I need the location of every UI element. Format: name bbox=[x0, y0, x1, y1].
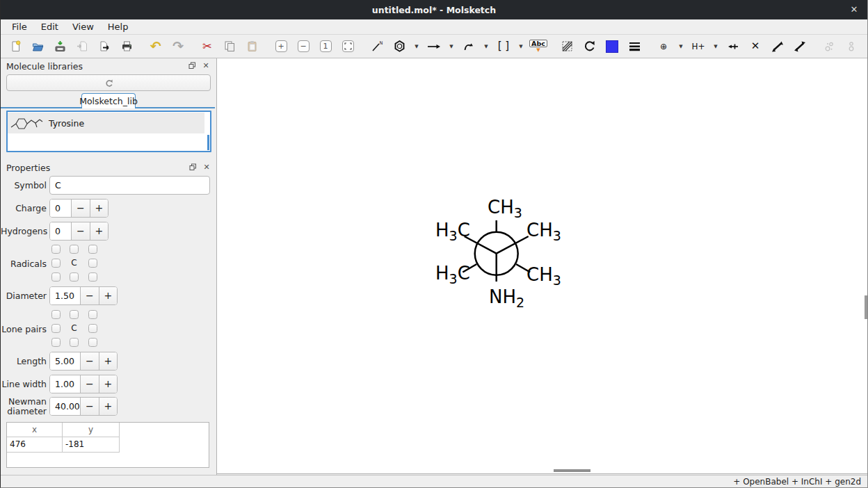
length-value[interactable] bbox=[50, 352, 80, 370]
charge-tool-dropdown[interactable]: ▼ bbox=[677, 44, 685, 49]
redo-button[interactable]: ↷ bbox=[169, 38, 187, 56]
paste-button[interactable] bbox=[243, 38, 261, 56]
flip-bond-tool[interactable] bbox=[769, 38, 787, 56]
export-button[interactable] bbox=[95, 38, 113, 56]
rotate-tool[interactable] bbox=[581, 38, 599, 56]
undo-button[interactable]: ↶ bbox=[147, 38, 165, 56]
ring-tool[interactable] bbox=[390, 38, 408, 56]
hydrogens-increment-button[interactable]: + bbox=[90, 222, 108, 240]
atom-label-ch3-top[interactable]: CH3 bbox=[488, 198, 522, 220]
lone-pair-checkbox-w[interactable] bbox=[51, 324, 61, 333]
new-document-button[interactable] bbox=[6, 38, 24, 56]
library-list-scrollbar[interactable] bbox=[207, 135, 209, 150]
ring-tool-dropdown[interactable]: ▼ bbox=[412, 44, 421, 49]
radical-checkbox-sw[interactable] bbox=[51, 273, 61, 282]
line-width-decrement-button[interactable]: − bbox=[80, 375, 99, 393]
properties-close-button[interactable]: ✕ bbox=[202, 163, 211, 172]
menu-view[interactable]: View bbox=[65, 19, 101, 34]
reaction-arrow-dropdown[interactable]: ▼ bbox=[447, 44, 456, 49]
properties-float-button[interactable] bbox=[188, 163, 198, 172]
radical-checkbox-ne[interactable] bbox=[88, 245, 97, 254]
library-list[interactable]: Tyrosine bbox=[6, 111, 211, 152]
lone-pair-checkbox-nw[interactable] bbox=[51, 310, 61, 319]
newman-diameter-value[interactable] bbox=[50, 398, 80, 415]
mechanism-arrow-dropdown[interactable]: ▼ bbox=[482, 44, 490, 49]
line-width-button[interactable] bbox=[625, 38, 643, 56]
diameter-value[interactable] bbox=[50, 287, 80, 304]
zoom-out-button[interactable]: − bbox=[294, 38, 312, 56]
copy-button[interactable] bbox=[220, 38, 239, 56]
atom-label-nh2-bottom[interactable]: NH2 bbox=[489, 288, 524, 309]
canvas-horizontal-scrollbar[interactable] bbox=[554, 469, 590, 472]
drawing-canvas[interactable]: CH3 H3C CH3 H3C CH3 NH2 bbox=[217, 58, 868, 474]
library-float-button[interactable] bbox=[187, 61, 197, 70]
lone-pair-checkbox-e[interactable] bbox=[88, 324, 97, 333]
lone-pair-tool-2[interactable] bbox=[842, 38, 860, 56]
diameter-decrement-button[interactable]: − bbox=[80, 287, 99, 304]
charge-increment-button[interactable]: + bbox=[90, 200, 108, 217]
flip-molecule-tool[interactable] bbox=[791, 38, 809, 56]
remove-hydrogen-tool[interactable] bbox=[724, 38, 742, 56]
import-button[interactable] bbox=[73, 38, 91, 56]
library-refresh-button[interactable] bbox=[6, 74, 211, 91]
print-button[interactable] bbox=[118, 38, 136, 56]
radical-checkbox-w[interactable] bbox=[51, 259, 61, 268]
text-tool[interactable]: Abc ▼ bbox=[529, 38, 547, 56]
lone-pair-checkbox-s[interactable] bbox=[70, 338, 79, 347]
newman-diameter-decrement-button[interactable]: − bbox=[80, 398, 99, 415]
radical-checkbox-se[interactable] bbox=[88, 273, 97, 282]
length-increment-button[interactable]: + bbox=[99, 352, 118, 370]
color-picker-button[interactable] bbox=[603, 38, 621, 56]
atom-label-ch3-lower-right[interactable]: CH3 bbox=[527, 266, 561, 287]
menu-help[interactable]: Help bbox=[101, 19, 136, 34]
bracket-tool[interactable]: [ ] bbox=[495, 38, 513, 56]
reaction-arrow-tool[interactable] bbox=[425, 38, 443, 56]
radical-checkbox-nw[interactable] bbox=[51, 245, 61, 254]
menu-edit[interactable]: Edit bbox=[34, 19, 65, 34]
library-close-button[interactable]: ✕ bbox=[201, 61, 211, 70]
lone-pair-tool-1[interactable] bbox=[820, 38, 838, 56]
atom-label-ch3-upper-right[interactable]: CH3 bbox=[527, 221, 561, 243]
draw-bond-tool[interactable]: N bbox=[368, 38, 386, 56]
cut-button[interactable]: ✂ bbox=[198, 38, 216, 56]
zoom-original-button[interactable]: 1 bbox=[316, 38, 335, 56]
symbol-input[interactable] bbox=[49, 176, 210, 195]
line-width-value[interactable] bbox=[50, 375, 80, 393]
lone-pair-checkbox-se[interactable] bbox=[88, 338, 97, 347]
list-item-tyrosine[interactable]: Tyrosine bbox=[8, 113, 204, 133]
zoom-in-button[interactable]: + bbox=[272, 38, 290, 56]
window-close-icon[interactable]: ✕ bbox=[848, 4, 860, 15]
open-button[interactable] bbox=[29, 38, 47, 56]
lone-pair-tool-3[interactable] bbox=[865, 38, 868, 56]
coordinate-cell-y[interactable]: -181 bbox=[63, 437, 120, 453]
line-width-increment-button[interactable]: + bbox=[99, 375, 118, 393]
zoom-fit-button[interactable] bbox=[339, 38, 357, 56]
radical-checkbox-e[interactable] bbox=[88, 259, 97, 268]
tab-molsketch-lib[interactable]: Molsketch_lib bbox=[81, 93, 136, 108]
delete-tool[interactable]: ✕ bbox=[746, 38, 764, 56]
charge-value[interactable] bbox=[50, 200, 71, 217]
selection-tool[interactable] bbox=[558, 38, 577, 56]
coordinate-cell-x[interactable]: 476 bbox=[7, 437, 63, 453]
length-decrement-button[interactable]: − bbox=[80, 352, 99, 370]
charge-decrement-button[interactable]: − bbox=[71, 200, 90, 217]
lone-pair-checkbox-sw[interactable] bbox=[51, 338, 61, 347]
lone-pair-checkbox-n[interactable] bbox=[70, 310, 79, 319]
bracket-tool-dropdown[interactable]: ▼ bbox=[517, 44, 525, 49]
menu-file[interactable]: File bbox=[5, 19, 34, 34]
hydrogens-value[interactable] bbox=[50, 222, 71, 240]
atom-label-h3c-lower-left[interactable]: H3C bbox=[435, 264, 470, 286]
canvas-vertical-scrollbar[interactable] bbox=[865, 295, 867, 319]
hydrogen-tool[interactable]: H+ bbox=[689, 38, 707, 56]
newman-diameter-increment-button[interactable]: + bbox=[99, 398, 118, 415]
mechanism-arrow-tool[interactable] bbox=[460, 38, 478, 56]
diameter-increment-button[interactable]: + bbox=[99, 287, 118, 304]
hydrogen-tool-dropdown[interactable]: ▼ bbox=[712, 44, 720, 49]
hydrogens-decrement-button[interactable]: − bbox=[71, 222, 90, 240]
save-button[interactable] bbox=[51, 38, 69, 56]
lone-pair-checkbox-ne[interactable] bbox=[88, 310, 97, 319]
atom-label-h3c-upper-left[interactable]: H3C bbox=[435, 221, 470, 243]
charge-tool[interactable]: ⊕ bbox=[654, 38, 673, 56]
radical-checkbox-s[interactable] bbox=[70, 273, 79, 282]
radical-checkbox-n[interactable] bbox=[70, 245, 79, 254]
